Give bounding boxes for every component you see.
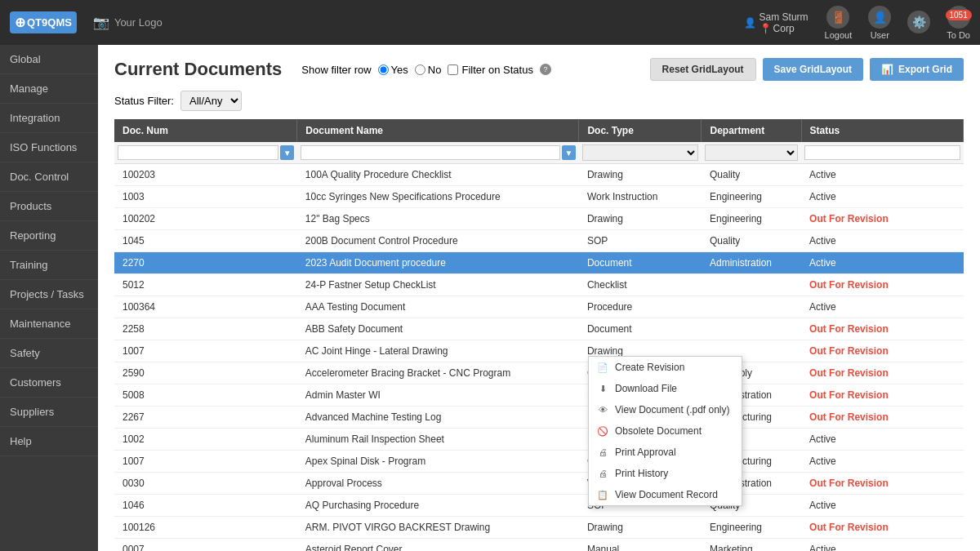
sidebar-item-projects-tasks[interactable]: Projects / Tasks — [0, 280, 98, 309]
col-doc-num: Doc. Num — [114, 119, 297, 142]
sidebar-item-safety[interactable]: Safety — [0, 339, 98, 368]
cell-doc-num: 1003 — [114, 186, 297, 208]
sidebar-item-manage[interactable]: Manage — [0, 74, 98, 104]
table-row[interactable]: 5008 Admin Master WI NQA Administration … — [114, 384, 964, 407]
filter-no-label[interactable]: No — [415, 64, 442, 76]
cell-doc-name: ARM. PIVOT VIRGO BACKREST Drawing — [297, 517, 579, 539]
table-row[interactable]: 1046 AQ Purchasing Procedure SOP Quality… — [114, 495, 964, 517]
user-info: 👤 Sam Sturm 📍 Corp — [744, 11, 808, 34]
status-filter-select[interactable]: All/Any — [180, 91, 242, 111]
cell-doc-num: 100202 — [114, 208, 297, 230]
sidebar-item-help[interactable]: Help — [0, 427, 98, 456]
table-row[interactable]: 1002 Aluminum Rail Inspection Sheet Docu… — [114, 429, 964, 451]
table-row[interactable]: 100126 ARM. PIVOT VIRGO BACKREST Drawing… — [114, 517, 964, 539]
context-print-approval[interactable]: 🖨 Print Approval — [589, 442, 742, 463]
col-department: Department — [702, 119, 801, 142]
cell-doc-num: 2590 — [114, 362, 297, 384]
save-grid-button[interactable]: Save GridLayout — [763, 58, 863, 81]
filter-on-status-label[interactable]: Filter on Status — [448, 64, 532, 76]
table-row[interactable]: 100364 AAA Testing Document Procedure Ac… — [114, 296, 964, 318]
content-area: Current Documents Show filter row Yes No — [98, 45, 980, 551]
context-create-revision[interactable]: 📄 Create Revision — [589, 357, 742, 378]
context-menu: 📄 Create Revision ⬇ Download File 👁 View… — [588, 356, 742, 506]
sidebar-item-iso-functions[interactable]: ISO Functions — [0, 133, 98, 162]
cell-department: Engineering — [702, 208, 801, 230]
context-view-document[interactable]: 👁 View Document (.pdf only) — [589, 399, 742, 420]
context-print-history[interactable]: 🖨 Print History — [589, 463, 742, 484]
cell-status: Out For Revision — [801, 384, 963, 407]
cell-doc-num: 1002 — [114, 429, 297, 451]
cell-doc-num: 2267 — [114, 407, 297, 429]
sidebar-item-doc-control[interactable]: Doc. Control — [0, 162, 98, 192]
table-row[interactable]: 2258 ABB Safety Document Document Out Fo… — [114, 318, 964, 340]
sidebar-item-integration[interactable]: Integration — [0, 104, 98, 133]
sidebar-item-suppliers[interactable]: Suppliers — [0, 398, 98, 427]
cell-doc-num: 1007 — [114, 451, 297, 473]
table-row[interactable]: 0007 Asteroid Report Cover Manual Market… — [114, 539, 964, 552]
filter-doc-num-icon[interactable]: ▼ — [280, 145, 293, 160]
filter-doc-name-icon[interactable]: ▼ — [562, 145, 576, 160]
user-company: Corp — [773, 23, 795, 34]
logout-button[interactable]: 🚪 Logout — [825, 6, 853, 40]
cell-doc-name: 200B Document Control Procedure — [297, 230, 579, 252]
sidebar-item-global[interactable]: Global — [0, 45, 98, 74]
table-row[interactable]: 0030 Approval Process Work Instruction A… — [114, 473, 964, 495]
cell-department: Engineering — [702, 186, 801, 208]
cell-doc-name: 24-P Fastner Setup CheckList — [297, 274, 579, 296]
table-body: 100203 100A Quality Procedure Checklist … — [114, 164, 964, 552]
cell-doc-name: ABB Safety Document — [297, 318, 579, 340]
table-row[interactable]: 1007 Apex Spinal Disk - Program CNC Prog… — [114, 451, 964, 473]
status-filter-row: Status Filter: All/Any — [114, 91, 964, 111]
header-right: 👤 Sam Sturm 📍 Corp 🚪 Logout 👤 User ⚙️ 10… — [744, 6, 970, 40]
filter-on-status-checkbox[interactable] — [448, 64, 458, 75]
context-obsolete-document[interactable]: 🚫 Obsolete Document — [589, 420, 742, 442]
cell-doc-name: 2023 Audit Document procedure — [297, 252, 579, 274]
table-row[interactable]: 1003 10cc Syringes New Specifications Pr… — [114, 186, 964, 208]
cell-doc-num: 2270 — [114, 252, 297, 274]
reset-grid-button[interactable]: Reset GridLayout — [650, 58, 756, 81]
show-filter-label: Show filter row — [301, 64, 371, 76]
todo-badge: 1051 — [946, 10, 972, 20]
cell-status: Active — [801, 539, 963, 552]
table-row[interactable]: 1007 AC Joint Hinge - Lateral Drawing Dr… — [114, 340, 964, 362]
filter-doc-name-cell: ▼ — [297, 142, 579, 164]
cell-status: Active — [801, 252, 963, 274]
filter-doc-name-input[interactable] — [301, 145, 560, 160]
view-record-icon: 📋 — [597, 489, 608, 500]
cell-status: Out For Revision — [801, 407, 963, 429]
table-row[interactable]: 2590 Accelerometer Bracing Bracket - CNC… — [114, 362, 964, 384]
company-logo-label: Your Logo — [114, 16, 163, 29]
user-settings-button[interactable]: 👤 User — [868, 6, 891, 40]
filter-doc-type-select[interactable] — [582, 144, 698, 161]
filter-row-controls: Show filter row Yes No Filter on Status — [301, 64, 551, 76]
table-row[interactable]: 100202 12" Bag Specs Drawing Engineering… — [114, 208, 964, 230]
table-row[interactable]: 2267 Advanced Machine Testing Log Docume… — [114, 407, 964, 429]
sidebar-item-reporting[interactable]: Reporting — [0, 221, 98, 251]
sidebar-item-training[interactable]: Training — [0, 251, 98, 280]
help-icon[interactable]: ? — [540, 64, 551, 75]
cell-doc-name: Admin Master WI — [297, 384, 579, 407]
sidebar-item-customers[interactable]: Customers — [0, 368, 98, 398]
context-view-document-record[interactable]: 📋 View Document Record — [589, 484, 742, 505]
context-download-file[interactable]: ⬇ Download File — [589, 378, 742, 399]
cell-status: Active — [801, 495, 963, 517]
table-row[interactable]: 5012 24-P Fastner Setup CheckList Checkl… — [114, 274, 964, 296]
filter-status-input[interactable] — [804, 145, 960, 160]
filter-doc-type-cell — [579, 142, 702, 164]
settings-button[interactable]: ⚙️ — [907, 11, 930, 35]
filter-doc-num-input[interactable] — [118, 145, 278, 160]
filter-no-radio[interactable] — [415, 64, 425, 75]
cell-status: Active — [801, 186, 963, 208]
table-row[interactable]: 100203 100A Quality Procedure Checklist … — [114, 164, 964, 186]
sidebar-item-products[interactable]: Products — [0, 192, 98, 221]
export-grid-button[interactable]: 📊 Export Grid — [870, 58, 964, 81]
filter-department-select[interactable] — [705, 144, 798, 161]
sidebar: Global Manage Integration ISO Functions … — [0, 45, 98, 551]
sidebar-item-maintenance[interactable]: Maintenance — [0, 309, 98, 339]
cell-status: Out For Revision — [801, 340, 963, 362]
filter-yes-radio[interactable] — [378, 64, 389, 75]
filter-yes-label[interactable]: Yes — [378, 64, 408, 76]
table-row[interactable]: 1045 200B Document Control Procedure SOP… — [114, 230, 964, 252]
table-row[interactable]: 2270 2023 Audit Document procedure Docum… — [114, 252, 964, 274]
todo-button[interactable]: 1051 To Do — [947, 6, 970, 40]
